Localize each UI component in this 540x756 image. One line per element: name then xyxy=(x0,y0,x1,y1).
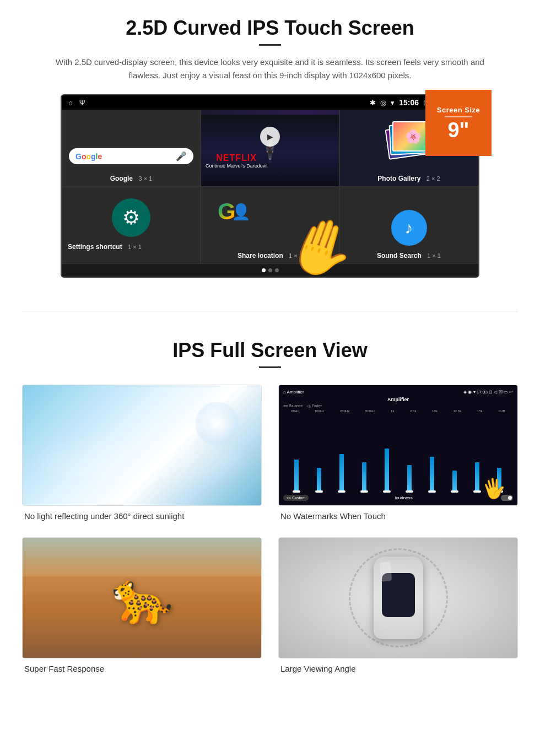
android-screen: ⌂ Ψ ✱ ◎ ▾ 15:06 ⊡ ◁ ☒ ▭ ↩ xyxy=(61,94,479,278)
sunlight-bg xyxy=(23,385,261,505)
amp-controls: ≡≡ Balance ◁) Fader xyxy=(283,404,513,408)
dot-1[interactable] xyxy=(262,268,266,272)
app-grid-row2: ⚙ Settings shortcut 1 × 1 G 👤 🤚 Share lo… xyxy=(62,187,478,264)
cheetah-bg: 🐆 xyxy=(23,538,261,658)
eq-bar-3 xyxy=(339,454,344,493)
status-left: ⌂ Ψ xyxy=(68,99,85,107)
section1-divider xyxy=(259,44,281,46)
amp-custom-btn[interactable]: << Custom xyxy=(283,495,309,501)
netflix-text: NETFLIX xyxy=(206,153,267,163)
home-icon[interactable]: ⌂ xyxy=(68,99,73,107)
feature-caption-cheetah: Super Fast Response xyxy=(22,664,262,673)
netflix-bg: 🕴 xyxy=(201,110,339,186)
settings-gear-icon: ⚙ xyxy=(122,206,140,229)
feature-item-cheetah: 🐆 Super Fast Response xyxy=(22,537,262,673)
feature-grid: No light reflecting under 360° direct su… xyxy=(22,385,518,673)
mic-icon[interactable]: 🎤 xyxy=(176,151,187,161)
eq-bar-9 xyxy=(475,462,479,493)
feature-caption-car: Large Viewing Angle xyxy=(278,664,518,673)
netflix-sub: Continue Marvel's Daredevil xyxy=(206,163,267,169)
car-bg: ◁ ▷ xyxy=(279,538,517,658)
eq-bars xyxy=(283,414,513,493)
feature-caption-sunlight: No light reflecting under 360° direct su… xyxy=(22,511,262,521)
feature-item-amplifier: ⌂ Amplifier ◈ ◉ ▾ 17:33 ⊡ ◁ ☒ ▭ ↩ Amplif… xyxy=(278,385,518,521)
eq-bar-2 xyxy=(317,468,321,493)
cheetah-icon: 🐆 xyxy=(111,569,173,627)
section-curved: 2.5D Curved IPS Touch Screen With 2.5D c… xyxy=(0,0,540,289)
status-time: 15:06 xyxy=(399,98,419,107)
eq-bar-4 xyxy=(362,462,366,493)
sound-app-name: Sound Search xyxy=(377,252,422,260)
wifi-icon: ▾ xyxy=(391,99,395,107)
dot-2[interactable] xyxy=(268,268,272,272)
app-cell-netflix[interactable]: 🕴 ▶ NETFLIX Continue Marvel's Daredevil … xyxy=(201,110,339,187)
google-app-size: 3 × 1 xyxy=(139,175,153,182)
page-dots xyxy=(62,264,478,277)
badge-size: 9" xyxy=(447,120,469,141)
dot-3[interactable] xyxy=(275,268,279,272)
amp-home-icon: ⌂ Amplifier xyxy=(283,390,304,395)
play-button[interactable]: ▶ xyxy=(260,127,280,147)
amp-toggle[interactable] xyxy=(501,495,513,501)
amp-title: Amplifier xyxy=(283,397,513,402)
settings-cell-inner: Settings shortcut 1 × 1 xyxy=(62,237,147,255)
car-highlight xyxy=(379,561,392,582)
eq-bar-1 xyxy=(294,460,299,493)
share-app-size: 1 × 1 xyxy=(289,252,303,259)
bluetooth-icon: ✱ xyxy=(370,99,376,107)
section1-title: 2.5D Curved IPS Touch Screen xyxy=(33,17,507,40)
amp-balance-label: ≡≡ Balance xyxy=(283,404,303,408)
amp-fader-label: ◁) Fader xyxy=(306,404,322,408)
google-search-bar[interactable]: Google 🎤 xyxy=(69,148,193,164)
sunlight-rays xyxy=(195,402,239,446)
badge-label: Screen Size xyxy=(437,106,480,114)
screen-size-badge: Screen Size 9" xyxy=(425,90,492,156)
page-divider xyxy=(22,311,518,311)
sound-app-size: 1 × 1 xyxy=(427,252,441,259)
google-app-name: Google xyxy=(110,175,133,182)
gallery-cell-inner: Photo Gallery 2 × 2 xyxy=(340,169,478,186)
amp-time: ◈ ◉ ▾ 17:33 ⊡ ◁ ☒ ▭ ↩ xyxy=(463,390,513,395)
amp-freq-labels: 60Hz100Hz200Hz500Hz1k2.5k10k12.5k15kSUB xyxy=(283,409,513,413)
app-cell-share[interactable]: G 👤 🤚 Share location 1 × 1 xyxy=(201,187,339,264)
feature-item-car: ◁ ▷ Large Viewing Angle xyxy=(278,537,518,673)
google-cell-inner: Google 3 × 1 xyxy=(62,169,200,186)
sound-icon-wrap: ♪ xyxy=(391,210,427,246)
app-cell-google[interactable]: Google 🎤 Google 3 × 1 xyxy=(62,110,201,187)
section-ips: IPS Full Screen View No light reflecting… xyxy=(0,333,540,695)
section2-title: IPS Full Screen View xyxy=(22,339,518,362)
google-logo: Google xyxy=(75,152,102,161)
share-app-name: Share location xyxy=(237,252,283,260)
feature-item-sunlight: No light reflecting under 360° direct su… xyxy=(22,385,262,521)
amplifier-screen: ⌂ Amplifier ◈ ◉ ▾ 17:33 ⊡ ◁ ☒ ▭ ↩ Amplif… xyxy=(279,385,517,505)
badge-divider xyxy=(445,116,472,117)
netflix-bg-gradient: 🕴 xyxy=(201,115,339,186)
settings-app-size: 1 × 1 xyxy=(128,244,142,250)
gallery-app-name: Photo Gallery xyxy=(377,175,420,182)
person-icon: 👤 xyxy=(231,203,251,221)
settings-app-name: Settings shortcut xyxy=(68,243,122,251)
feature-image-sunlight xyxy=(22,385,262,506)
app-cell-sound[interactable]: ♪ Sound Search 1 × 1 xyxy=(339,187,478,264)
app-cell-settings[interactable]: ⚙ Settings shortcut 1 × 1 xyxy=(62,187,201,264)
gallery-app-size: 2 × 2 xyxy=(426,175,440,182)
status-bar: ⌂ Ψ ✱ ◎ ▾ 15:06 ⊡ ◁ ☒ ▭ ↩ xyxy=(62,95,478,110)
amp-status-bar: ⌂ Amplifier ◈ ◉ ▾ 17:33 ⊡ ◁ ☒ ▭ ↩ xyxy=(283,390,513,395)
feature-caption-amplifier: No Watermarks When Touch xyxy=(278,511,518,521)
feature-image-car: ◁ ▷ xyxy=(278,537,518,658)
eq-bar-6 xyxy=(407,465,412,493)
section2-divider xyxy=(259,366,281,368)
amp-loudness-label: loudness xyxy=(395,495,413,500)
car-body xyxy=(374,557,423,639)
share-cell-inner: Share location 1 × 1 xyxy=(201,246,339,263)
eq-bar-8 xyxy=(452,471,457,493)
amp-bottom: << Custom loudness xyxy=(283,495,513,501)
sunlight-glow xyxy=(39,439,245,483)
feature-image-amplifier: ⌂ Amplifier ◈ ◉ ▾ 17:33 ⊡ ◁ ☒ ▭ ↩ Amplif… xyxy=(278,385,518,506)
feature-image-cheetah: 🐆 xyxy=(22,537,262,658)
sound-cell-inner: Sound Search 1 × 1 xyxy=(340,246,478,263)
screen-mockup-wrapper: Screen Size 9" ⌂ Ψ ✱ ◎ ▾ 15:06 ⊡ ◁ ☒ xyxy=(61,94,479,278)
location-icon: ◎ xyxy=(380,99,386,107)
eq-bar-5 xyxy=(385,449,389,493)
app-grid-row1: Google 🎤 Google 3 × 1 🕴 xyxy=(62,110,478,187)
